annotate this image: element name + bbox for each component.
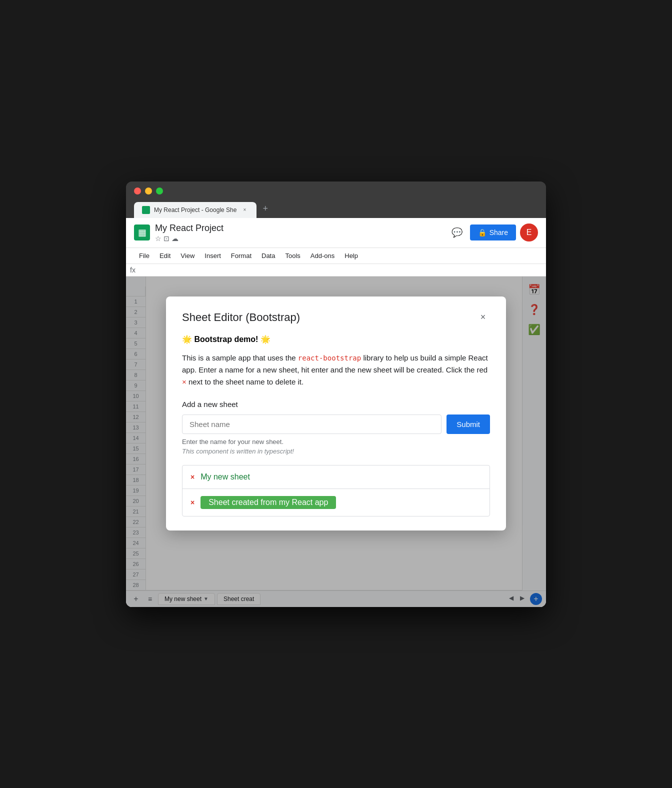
- share-label: Share: [490, 228, 508, 236]
- list-item: × My new sheet: [182, 466, 490, 489]
- menu-format[interactable]: Format: [226, 249, 256, 262]
- menu-addons[interactable]: Add-ons: [306, 249, 340, 262]
- menu-edit[interactable]: Edit: [154, 249, 176, 262]
- input-hint-2: This component is written in typescript!: [182, 448, 490, 455]
- browser-controls: [134, 188, 538, 194]
- modal-header: Sheet Editor (Bootstrap) ×: [182, 310, 490, 324]
- sheet-grid-area: 1 2 3 4 5 6 7 8 9 10 11 12 13 14 15 16 1: [126, 276, 546, 607]
- minimize-traffic-light[interactable]: [145, 188, 152, 194]
- sheets-app-icon: ▦: [134, 224, 150, 240]
- share-lock-icon: 🔒: [478, 228, 486, 236]
- sheets-document-title[interactable]: My React Project: [155, 223, 443, 234]
- user-avatar[interactable]: E: [520, 224, 538, 242]
- share-button[interactable]: 🔒 Share: [470, 224, 516, 240]
- sheet-1-name: My new sheet: [200, 472, 250, 482]
- modal-close-button[interactable]: ×: [476, 310, 490, 324]
- sheets-menu-bar: File Edit View Insert Format Data Tools …: [126, 248, 546, 264]
- sheets-title-area: My React Project ☆ ⊡ ☁: [155, 223, 443, 242]
- description-part1: This is a sample app that uses the: [182, 354, 298, 362]
- sheets-list: × My new sheet × Sheet created from my R…: [182, 465, 490, 516]
- menu-insert[interactable]: Insert: [200, 249, 226, 262]
- new-tab-button[interactable]: +: [256, 200, 274, 218]
- tab-close-button[interactable]: ×: [240, 206, 248, 214]
- sheets-header: ▦ My React Project ☆ ⊡ ☁ 💬 🔒 Share: [126, 218, 546, 248]
- formula-bar: fx: [126, 264, 546, 276]
- maximize-traffic-light[interactable]: [156, 188, 163, 194]
- menu-help[interactable]: Help: [340, 249, 363, 262]
- comment-icon[interactable]: 💬: [448, 224, 466, 242]
- demo-header-text: 🌟 Bootstrap demo! 🌟: [182, 335, 270, 344]
- formula-fx-label: fx: [130, 266, 145, 274]
- sheets-icon-symbol: ▦: [138, 227, 146, 238]
- tab-favicon: [142, 206, 150, 214]
- menu-tools[interactable]: Tools: [280, 249, 305, 262]
- delete-sheet-2-button[interactable]: ×: [190, 498, 194, 506]
- menu-data[interactable]: Data: [256, 249, 280, 262]
- tab-title: My React Project - Google She: [154, 206, 236, 214]
- sheets-header-right: 💬 🔒 Share E: [448, 224, 538, 242]
- menu-view[interactable]: View: [176, 249, 200, 262]
- sheet-2-name: Sheet created from my React app: [200, 496, 336, 509]
- sheet-editor-modal: Sheet Editor (Bootstrap) × 🌟 Bootstrap d…: [166, 296, 506, 530]
- cloud-icon[interactable]: ☁: [172, 234, 178, 242]
- active-browser-tab[interactable]: My React Project - Google She ×: [134, 202, 256, 218]
- input-row: Submit: [182, 414, 490, 434]
- react-bootstrap-code: react-bootstrap: [298, 354, 361, 362]
- input-hint-1: Enter the name for your new sheet.: [182, 438, 490, 446]
- menu-file[interactable]: File: [134, 249, 154, 262]
- list-item: × Sheet created from my React app: [182, 489, 490, 516]
- modal-overlay: Sheet Editor (Bootstrap) × 🌟 Bootstrap d…: [126, 276, 546, 607]
- submit-button[interactable]: Submit: [446, 414, 490, 434]
- sheets-title-icons: ☆ ⊡ ☁: [155, 234, 443, 242]
- folder-icon[interactable]: ⊡: [164, 234, 170, 242]
- browser-body: ▦ My React Project ☆ ⊡ ☁ 💬 🔒 Share: [126, 218, 546, 607]
- description-x: ×: [182, 378, 186, 386]
- browser-tabs: My React Project - Google She × +: [134, 200, 538, 218]
- close-traffic-light[interactable]: [134, 188, 141, 194]
- browser-window: My React Project - Google She × + ▦ My R…: [126, 182, 546, 607]
- modal-title: Sheet Editor (Bootstrap): [182, 311, 300, 324]
- star-icon[interactable]: ☆: [155, 234, 162, 242]
- add-sheet-section-label: Add a new sheet: [182, 400, 490, 408]
- sheets-chrome: ▦ My React Project ☆ ⊡ ☁ 💬 🔒 Share: [126, 218, 546, 276]
- modal-description: This is a sample app that uses the react…: [182, 352, 490, 388]
- delete-sheet-1-button[interactable]: ×: [190, 473, 194, 481]
- sheet-name-input[interactable]: [182, 414, 442, 434]
- description-part3: next to the sheet name to delete it.: [186, 378, 304, 386]
- browser-titlebar: My React Project - Google She × +: [126, 182, 546, 218]
- modal-demo-header: 🌟 Bootstrap demo! 🌟: [182, 334, 490, 344]
